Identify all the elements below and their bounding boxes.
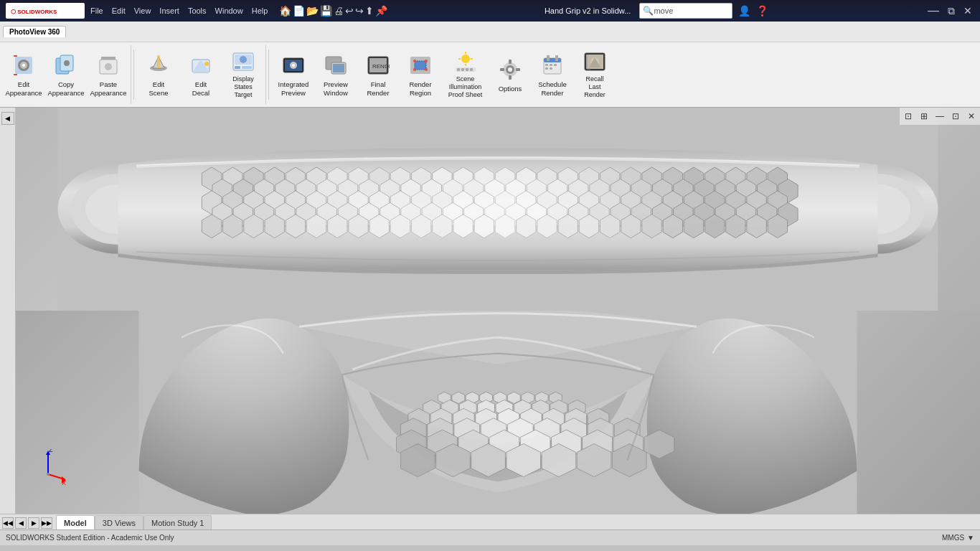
schedule-render-button[interactable]: ScheduleRender: [532, 47, 573, 102]
svg-rect-24: [242, 66, 252, 69]
viewport-close-btn[interactable]: ✕: [964, 109, 979, 123]
pin-icon[interactable]: 📌: [375, 5, 387, 17]
render-group: IntegratedPreview PreviewWindow: [271, 45, 617, 104]
search-bar[interactable]: 🔍: [639, 3, 732, 19]
copy-appearance-button[interactable]: CopyAppearance: [45, 47, 87, 102]
svg-rect-47: [457, 68, 460, 71]
svg-rect-61: [555, 55, 558, 61]
menu-edit[interactable]: Edit: [112, 6, 126, 15]
svg-rect-60: [547, 55, 550, 61]
edit-decal-label: EditDecal: [192, 80, 209, 97]
copy-appearance-icon: [53, 52, 79, 78]
new-icon[interactable]: 📄: [293, 5, 305, 17]
viewport-fullscreen-btn[interactable]: ⊡: [948, 109, 963, 123]
render-region-button[interactable]: RenderRegion: [400, 47, 441, 102]
separator-1: [133, 50, 134, 100]
display-states-target-button[interactable]: DisplayStatesTarget: [222, 47, 264, 102]
paste-appearance-label: PasteAppearance: [90, 80, 126, 97]
edit-appearance-icon: [11, 52, 37, 78]
menu-view[interactable]: View: [134, 6, 151, 15]
edit-decal-button[interactable]: EditDecal: [180, 47, 222, 102]
axes-indicator: Z X: [30, 449, 66, 485]
units-dropdown-arrow[interactable]: ▼: [967, 534, 974, 542]
viewport[interactable]: ⊡ ⊞ — ⊡ ✕: [16, 108, 980, 514]
svg-point-22: [240, 56, 247, 63]
recall-last-render-label: RecallLastRender: [584, 75, 606, 98]
svg-point-39: [413, 68, 416, 71]
tab-last-btn[interactable]: ▶▶: [41, 517, 52, 529]
options-button[interactable]: Options: [489, 47, 531, 102]
tab-model[interactable]: Model: [56, 515, 95, 529]
integrated-preview-button[interactable]: IntegratedPreview: [273, 47, 314, 102]
menu-insert[interactable]: Insert: [159, 6, 179, 15]
edit-decal-icon: [188, 52, 214, 78]
recall-last-render-button[interactable]: RecallLastRender: [574, 47, 616, 102]
viewport-minimize-btn[interactable]: —: [933, 109, 947, 123]
maximize-button[interactable]: ⧉: [946, 5, 957, 17]
recall-last-render-icon: [582, 50, 608, 73]
svg-point-13: [105, 63, 112, 70]
bottom-viewport: [16, 311, 980, 514]
menu-help[interactable]: Help: [252, 6, 268, 15]
svg-rect-6: [14, 74, 17, 75]
undo-icon[interactable]: ↩: [345, 5, 354, 17]
open-icon[interactable]: 📂: [306, 5, 319, 17]
tab-motion-study[interactable]: Motion Study 1: [143, 515, 212, 529]
minimize-button[interactable]: —: [925, 4, 941, 17]
sidebar-toggle[interactable]: ◀: [1, 112, 14, 125]
tab-3d-views[interactable]: 3D Views: [95, 515, 143, 529]
menu-file[interactable]: File: [90, 6, 103, 15]
status-bar: SOLIDWORKS Student Edition - Academic Us…: [0, 529, 980, 545]
home-icon[interactable]: 🏠: [279, 5, 291, 17]
tab-first-btn[interactable]: ◀◀: [2, 517, 14, 529]
menu-tools[interactable]: Tools: [188, 6, 207, 15]
render-region-label: RenderRegion: [409, 80, 431, 97]
render-region-icon: [407, 52, 433, 78]
help-icon[interactable]: ❓: [756, 5, 768, 17]
svg-point-5: [22, 64, 25, 67]
redo-icon[interactable]: ↪: [355, 5, 364, 17]
tab-prev-btn[interactable]: ◀: [15, 517, 27, 529]
viewport-restore-btn[interactable]: ⊡: [901, 109, 915, 123]
options-label: Options: [499, 85, 522, 93]
print-icon[interactable]: 🖨: [334, 5, 344, 17]
svg-point-19: [204, 62, 209, 66]
display-states-label: DisplayStatesTarget: [232, 75, 254, 98]
svg-rect-50: [470, 68, 473, 71]
close-button[interactable]: ✕: [961, 5, 974, 17]
final-render-button[interactable]: RENDER FinalRender: [357, 47, 399, 102]
save-icon[interactable]: 💾: [320, 5, 332, 17]
preview-window-button[interactable]: PreviewWindow: [315, 47, 357, 102]
photoview-tab[interactable]: PhotoView 360: [3, 26, 66, 37]
tab-next-btn[interactable]: ▶: [28, 517, 39, 529]
solidworks-logo: ⬡ SOLIDWORKS: [6, 3, 85, 19]
edit-scene-button[interactable]: EditScene: [138, 47, 179, 102]
final-render-icon: RENDER: [365, 52, 391, 78]
display-states-icon: [230, 50, 256, 73]
toolbar-area: PhotoView 360 EditAppearance: [0, 22, 980, 108]
cursor-icon[interactable]: ⬆: [365, 5, 374, 17]
main-area: ◀ ⊡ ⊞ — ⊡ ✕: [0, 108, 980, 514]
menu-window[interactable]: Window: [215, 6, 243, 15]
quick-access-toolbar: 🏠 📄 📂 💾 🖨 ↩ ↪ ⬆ 📌: [279, 5, 387, 17]
svg-rect-57: [516, 68, 520, 71]
user-icon[interactable]: 👤: [738, 5, 750, 17]
paste-appearance-button[interactable]: PasteAppearance: [88, 47, 129, 102]
svg-rect-63: [550, 64, 552, 66]
svg-rect-36: [415, 61, 426, 70]
edit-appearance-button[interactable]: EditAppearance: [3, 47, 44, 102]
svg-point-10: [64, 60, 70, 66]
svg-rect-59: [544, 58, 561, 62]
search-input[interactable]: [654, 6, 711, 15]
viewport-maximize-btn[interactable]: ⊞: [917, 109, 931, 123]
svg-rect-48: [461, 68, 464, 71]
integrated-preview-label: IntegratedPreview: [278, 80, 309, 97]
top-viewport: [16, 108, 980, 311]
svg-rect-65: [545, 67, 548, 70]
left-sidebar: ◀: [0, 108, 16, 514]
svg-text:Z: Z: [49, 449, 53, 453]
bottom-tabs-bar: ◀◀ ◀ ▶ ▶▶ Model 3D Views Motion Study 1: [0, 514, 980, 529]
svg-rect-55: [509, 75, 512, 80]
scene-illumination-button[interactable]: SceneIlluminationProof Sheet: [442, 47, 489, 102]
copy-appearance-label: CopyAppearance: [47, 80, 84, 97]
